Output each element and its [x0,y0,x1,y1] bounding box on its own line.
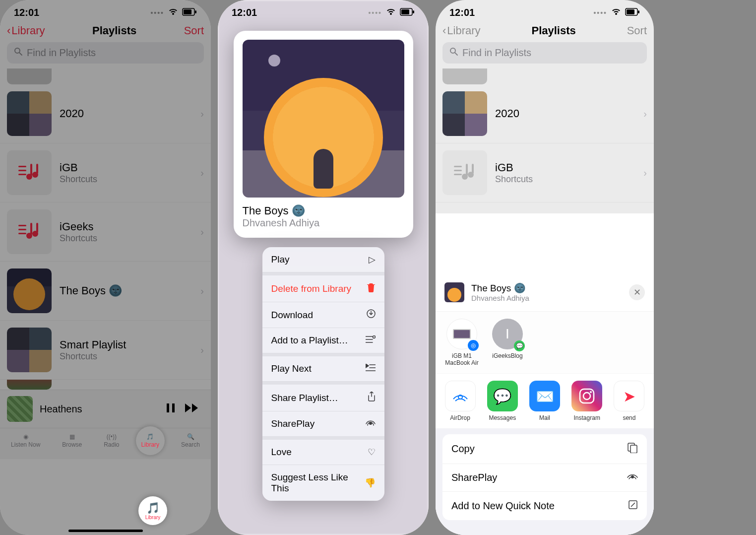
tab-listen-now[interactable]: ◉Listen Now [11,433,40,448]
avatar: I 💬 [492,319,523,349]
shortcut-icon [7,209,52,254]
share-app-send[interactable]: ➤send [614,381,645,421]
svg-rect-37 [627,9,634,14]
tab-library-highlight[interactable]: 🎵 Library [138,496,167,525]
share-app-messages[interactable]: 💬Messages [487,381,518,421]
sort-button[interactable]: Sort [184,24,204,37]
playlist-sub: Shortcuts [60,233,192,244]
library-icon: 🎵 [146,502,160,515]
context-title: The Boys 🌚 [243,204,404,217]
share-header: The Boys 🌚 Dhvanesh Adhiya ✕ [436,273,654,311]
search-input[interactable]: Find in Playlists [442,42,647,64]
tab-library[interactable]: 🎵Library [141,433,159,448]
messages-badge-icon: 💬 [514,340,525,351]
action-quick-note[interactable]: Add to New Quick Note [442,492,647,520]
ctx-add-playlist[interactable]: Add to a Playlist… [262,328,384,353]
ctx-download[interactable]: Download [262,302,384,328]
playlists-list: 2020 › iGBShortcuts › iGeeksShortcuts › … [0,84,211,390]
airdrop-badge-icon: ◎ [468,340,479,351]
library-icon: 🎵 [146,433,154,440]
tab-browse[interactable]: ▦Browse [62,433,82,448]
playlist-row-partial[interactable] [7,68,52,84]
ctx-share[interactable]: Share Playlist… [262,382,384,411]
playlist-row[interactable]: 2020 › [436,84,654,143]
avatar: ◎ [446,319,477,349]
context-preview-card[interactable]: The Boys 🌚 Dhvanesh Adhiya [234,31,413,238]
screen-context-menu: 12:01 •••• The Boys 🌚 Dhvanesh Adhiya Pl… [218,0,429,535]
now-playing-title: Heathens [40,403,158,415]
svg-marker-21 [185,403,191,412]
shortcut-icon [442,150,487,195]
playlist-title: Smart Playlist [60,338,192,351]
chevron-right-icon: › [200,226,204,238]
shareplay-icon [627,472,638,483]
playlist-sub: Shortcuts [60,174,192,185]
playlist-row[interactable]: 2020 › [0,84,211,143]
svg-rect-2 [195,10,196,13]
svg-rect-43 [454,174,462,175]
status-time: 12:01 [14,7,39,18]
svg-rect-44 [466,164,468,176]
ctx-delete[interactable]: Delete from Library [262,272,384,302]
action-shareplay[interactable]: SharePlay [442,464,647,492]
close-icon: ✕ [633,287,641,298]
app-name: Messages [489,414,516,421]
svg-rect-6 [18,170,26,171]
action-copy[interactable]: Copy [442,434,647,464]
share-app-mail[interactable]: ✉️Mail [529,381,560,421]
status-bar: 12:01 •••• [436,0,654,21]
radio-icon: ((•)) [107,433,117,440]
back-label: Library [447,24,480,37]
playlist-row[interactable]: The Boys 🌚 › [0,262,211,321]
ctx-love[interactable]: Love♡ [262,437,384,465]
ctx-play[interactable]: Play▷ [262,247,384,272]
playlist-add-icon [366,335,376,346]
share-contact[interactable]: ◎ iGB M1 MacBook Air [444,319,479,366]
pause-button[interactable] [165,401,176,417]
search-input[interactable]: Find in Playlists [7,42,204,64]
shortcut-icon [7,150,52,195]
chevron-right-icon: › [200,167,204,179]
download-icon [367,309,376,321]
svg-point-16 [26,233,32,239]
playlist-title: iGB [60,161,192,174]
send-icon: ➤ [614,381,644,411]
playlist-title: 2020 [60,107,192,120]
wifi-icon [168,7,178,18]
svg-rect-55 [630,445,637,453]
search-placeholder: Find in Playlists [27,47,96,59]
playlist-row[interactable]: iGBShortcuts › [0,143,211,202]
playlist-row[interactable]: iGeeksShortcuts › [0,202,211,262]
chevron-left-icon: ‹ [442,24,446,37]
ctx-suggest-less[interactable]: Suggest Less Like This👎 [262,465,384,501]
playlist-row[interactable]: Smart PlaylistShortcuts › [0,321,211,380]
svg-line-40 [455,53,457,55]
share-contact[interactable]: I 💬 iGeeksBlog [490,319,525,366]
svg-rect-8 [30,164,32,176]
playlist-row-partial[interactable] [442,68,487,84]
tab-radio[interactable]: ((•))Radio [104,433,119,448]
back-button[interactable]: ‹Library [442,24,481,37]
svg-marker-22 [192,403,198,412]
mini-player[interactable]: Heathens [0,390,211,428]
share-app-instagram[interactable]: Instagram [571,381,603,421]
next-button[interactable] [185,401,200,417]
status-bar: 12:01 •••• [218,0,429,21]
sort-button[interactable]: Sort [627,24,647,37]
svg-rect-24 [401,9,409,14]
playlist-row[interactable]: iGBShortcuts › [436,143,654,202]
playlist-cover [243,40,404,198]
contact-name: iGeeksBlog [492,352,522,359]
share-app-airdrop[interactable]: AirDrop [444,381,476,421]
back-button[interactable]: ‹ Library [7,24,45,37]
svg-rect-15 [30,223,32,235]
svg-rect-1 [184,9,191,14]
chevron-right-icon: › [200,344,204,356]
share-apps-row: AirDrop 💬Messages ✉️Mail Instagram ➤send [436,373,654,428]
playlist-row-partial[interactable] [7,380,52,390]
ctx-play-next[interactable]: Play Next [262,353,384,382]
close-button[interactable]: ✕ [629,284,645,300]
tab-search[interactable]: 🔍Search [181,433,200,448]
home-indicator[interactable] [68,530,143,532]
ctx-shareplay[interactable]: SharePlay [262,411,384,437]
